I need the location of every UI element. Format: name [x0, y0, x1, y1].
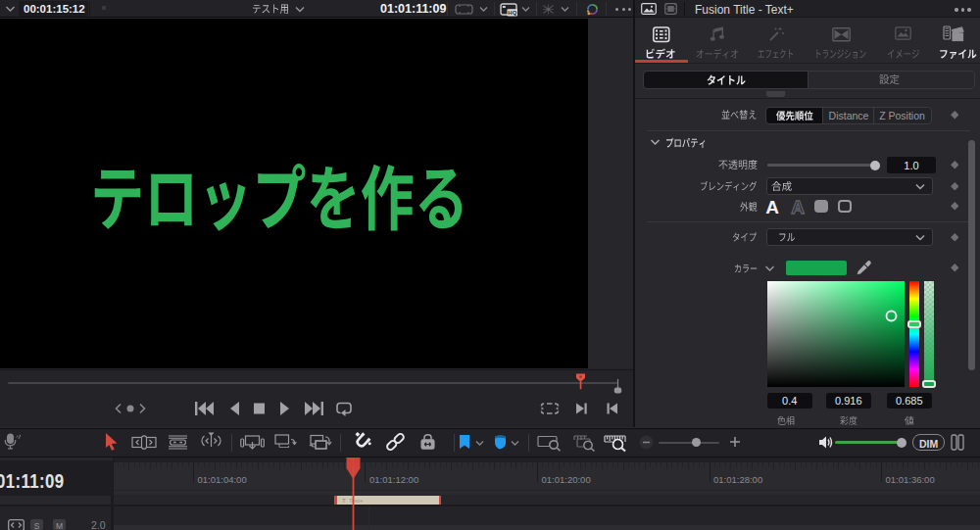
- svg-text:HQ: HQ: [508, 10, 516, 16]
